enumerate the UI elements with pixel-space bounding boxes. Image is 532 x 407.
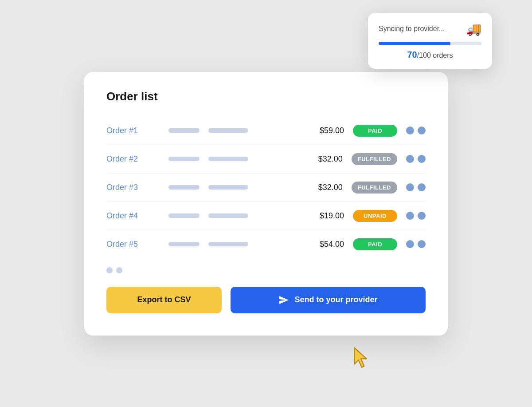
action-dot[interactable] [418, 212, 426, 220]
cursor [350, 346, 372, 372]
placeholder-bar-1 [168, 157, 200, 161]
dot-group [406, 212, 426, 220]
page-dot-2[interactable] [116, 267, 122, 273]
order-name: Order #2 [106, 154, 160, 164]
order-price: $32.00 [307, 183, 343, 192]
sync-current-number: 70 [407, 50, 417, 59]
dot-group [406, 183, 426, 191]
table-row: Order #5 $54.00 PAID [106, 230, 426, 258]
table-row: Order #3 $32.00 FULFILLED [106, 174, 426, 202]
card-title: Order list [106, 90, 426, 103]
order-name: Order #1 [106, 126, 160, 135]
page-dot-1[interactable] [106, 267, 113, 273]
action-dot[interactable] [406, 126, 414, 134]
sync-count: 70/100 orders [379, 50, 481, 60]
order-list: Order #1 $59.00 PAID Order #2 $32.00 FUL… [106, 117, 426, 258]
export-csv-button[interactable]: Export to CSV [106, 287, 222, 313]
table-row: Order #2 $32.00 FULFILLED [106, 145, 426, 174]
progress-bar-container [379, 42, 481, 45]
button-row: Export to CSV Send to your provider [106, 287, 426, 313]
sync-title: Syncing to provider... [379, 25, 445, 33]
status-badge: PAID [353, 125, 397, 137]
progress-bar-fill [379, 42, 450, 45]
status-badge: FULFILLED [352, 182, 397, 194]
action-dot[interactable] [418, 240, 426, 248]
status-badge: PAID [353, 238, 397, 250]
order-name: Order #3 [106, 183, 160, 192]
status-badge: UNPAID [353, 210, 397, 222]
placeholder-bar-2 [208, 242, 248, 246]
action-dot[interactable] [406, 240, 414, 248]
order-price: $19.00 [309, 211, 344, 221]
placeholder-bar-2 [208, 185, 248, 190]
action-dot[interactable] [406, 155, 414, 163]
table-row: Order #1 $59.00 PAID [106, 117, 426, 145]
placeholder-bar-1 [168, 213, 200, 218]
sync-popup-card: Syncing to provider... 🚚 70/100 orders [368, 13, 492, 69]
placeholder-bar-1 [168, 185, 200, 190]
placeholder-bar-1 [168, 242, 200, 246]
action-dot[interactable] [418, 126, 426, 134]
action-dot[interactable] [406, 183, 414, 191]
dot-group [406, 240, 426, 248]
action-dot[interactable] [418, 155, 426, 163]
send-button-label: Send to your provider [294, 295, 377, 304]
dot-group [406, 155, 426, 163]
order-price: $54.00 [309, 240, 344, 249]
send-to-provider-button[interactable]: Send to your provider [231, 287, 426, 313]
placeholder-bar-2 [208, 128, 248, 133]
order-name: Order #4 [106, 211, 160, 221]
send-icon [278, 295, 289, 305]
placeholder-bar-2 [208, 213, 248, 218]
action-dot[interactable] [406, 212, 414, 220]
table-row: Order #4 $19.00 UNPAID [106, 202, 426, 230]
placeholder-bar-1 [168, 128, 200, 133]
dot-group [406, 126, 426, 134]
order-price: $32.00 [307, 154, 343, 164]
placeholder-bar-2 [208, 157, 248, 161]
sync-suffix: /100 orders [417, 51, 453, 59]
truck-icon: 🚚 [466, 22, 481, 36]
main-card: Order list Order #1 $59.00 PAID Order #2 [84, 72, 448, 336]
order-price: $59.00 [309, 126, 344, 135]
status-badge: FULFILLED [352, 153, 397, 165]
action-dot[interactable] [418, 183, 426, 191]
order-name: Order #5 [106, 240, 160, 249]
pagination [106, 267, 426, 273]
cursor-arrow-icon [350, 346, 372, 371]
